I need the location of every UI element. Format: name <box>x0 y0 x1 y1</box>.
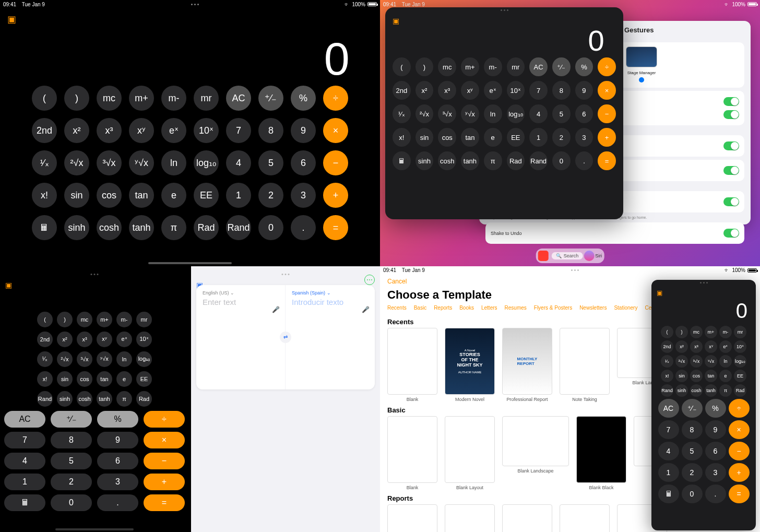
calc-key-[interactable]: . <box>291 215 316 240</box>
calc-key-mc[interactable]: mc <box>77 312 92 327</box>
translate-menu-icon[interactable]: ⋯ <box>364 275 375 285</box>
calc-key-m[interactable]: m+ <box>705 326 717 338</box>
calc-key-sin[interactable]: sin <box>64 183 89 208</box>
calc-key-5[interactable]: 5 <box>51 453 92 469</box>
calc-key-e[interactable]: e <box>719 370 732 382</box>
calc-key-sin[interactable]: sin <box>415 128 434 147</box>
calc-key-[interactable]: = <box>323 215 348 240</box>
calc-key-e[interactable]: eˣ <box>161 118 186 143</box>
calc-key-cosh[interactable]: cosh <box>690 384 703 397</box>
calc-key-[interactable]: = <box>598 151 616 170</box>
calc-key-x[interactable]: x² <box>675 340 688 353</box>
calc-key-0[interactable]: 0 <box>552 151 571 170</box>
sidebar-toggle-icon[interactable]: ▣ <box>5 281 12 289</box>
calc-key-tanh[interactable]: tanh <box>461 151 479 170</box>
calc-key-10[interactable]: 10ˣ <box>136 332 152 347</box>
calc-key-x[interactable]: xʸ <box>97 332 112 347</box>
template-thumb[interactable] <box>387 504 437 533</box>
calc-key-mc[interactable]: mc <box>97 86 122 111</box>
calc-key-2nd[interactable]: 2nd <box>393 81 411 100</box>
calc-key-ln[interactable]: ln <box>484 104 502 123</box>
mic-icon[interactable]: 🎤 <box>362 306 370 313</box>
calc-key-x[interactable]: ³√x <box>77 351 92 367</box>
calc-key-8[interactable]: 8 <box>552 81 571 100</box>
calc-key-m[interactable]: m+ <box>461 57 479 76</box>
calc-key-[interactable]: − <box>144 453 185 469</box>
window-handle[interactable] <box>651 280 756 286</box>
calc-key-1[interactable]: 1 <box>226 183 251 208</box>
calc-key-7[interactable]: 7 <box>226 118 251 143</box>
calc-key-3[interactable]: 3 <box>705 463 726 482</box>
calc-key-ln[interactable]: ln <box>161 150 186 175</box>
translate-from-input[interactable]: Enter text <box>203 298 279 306</box>
calc-key-10[interactable]: 10ˣ <box>507 81 525 100</box>
category-letters[interactable]: Letters <box>481 305 497 311</box>
calc-key-1[interactable]: 1 <box>529 128 548 147</box>
template-thumb[interactable] <box>560 328 610 395</box>
calc-key-x[interactable]: x³ <box>690 340 703 353</box>
calc-key-x[interactable]: ²√x <box>64 150 89 175</box>
calc-key-AC[interactable]: AC <box>226 86 251 111</box>
translate-to-input[interactable]: Introducir texto <box>292 298 369 306</box>
lang-from-label[interactable]: English (US) ⌄ <box>203 290 279 295</box>
template-thumb[interactable] <box>560 504 610 533</box>
calc-key-8[interactable]: 8 <box>682 420 703 439</box>
calc-key-tan[interactable]: tan <box>461 128 479 147</box>
calc-key-Rand[interactable]: Rand <box>37 391 53 407</box>
calc-key-x[interactable]: x! <box>37 371 53 387</box>
dock[interactable]: 🔍 Search Siri <box>536 249 604 263</box>
calc-key-[interactable]: ÷ <box>144 411 185 428</box>
calc-key-2[interactable]: 2 <box>552 128 571 147</box>
calc-key-[interactable]: + <box>598 128 616 147</box>
calc-key-5[interactable]: 5 <box>682 442 703 460</box>
template-thumb[interactable] <box>445 504 495 533</box>
calc-key-[interactable]: × <box>729 420 750 439</box>
calc-key-log[interactable]: log₁₀ <box>194 150 219 175</box>
calc-key-cos[interactable]: cos <box>97 183 122 208</box>
calc-key-x[interactable]: ʸ√x <box>461 104 479 123</box>
calc-key-x[interactable]: xʸ <box>461 81 479 100</box>
calc-key-9[interactable]: 9 <box>291 118 316 143</box>
calc-key-EE[interactable]: EE <box>507 128 525 147</box>
calc-key-5[interactable]: 5 <box>552 104 571 123</box>
sidebar-toggle-icon[interactable]: ▣ <box>393 17 399 25</box>
calc-key-5[interactable]: 5 <box>258 150 283 175</box>
calc-key-e[interactable]: e <box>116 371 132 387</box>
dock-search[interactable]: 🔍 Search <box>552 252 583 259</box>
calc-key-[interactable]: ÷ <box>598 57 616 76</box>
radio-stagemanager[interactable] <box>639 77 644 82</box>
calc-key-x[interactable]: x³ <box>97 118 122 143</box>
calc-key-x[interactable]: ³√x <box>690 355 703 368</box>
calc-key-sinh[interactable]: sinh <box>57 391 73 407</box>
calc-key-[interactable]: . <box>97 494 138 511</box>
calc-key-tanh[interactable]: tanh <box>705 384 717 397</box>
calc-key-tanh[interactable]: tanh <box>97 391 112 407</box>
calc-key-[interactable]: % <box>97 411 138 428</box>
calc-key-[interactable]: ) <box>64 86 89 111</box>
template-thumb[interactable]: A NovelSTORIESOF THENIGHT SKYAUTHOR NAME <box>445 328 495 395</box>
calc-key-[interactable]: − <box>729 442 750 460</box>
calc-key-x[interactable]: x² <box>57 332 73 347</box>
calc-key-0[interactable]: 0 <box>258 215 283 240</box>
calc-key-[interactable]: . <box>705 484 726 503</box>
calc-key-[interactable]: ) <box>675 326 688 338</box>
calc-key-ln[interactable]: ln <box>116 351 132 367</box>
window-handle[interactable] <box>91 274 99 275</box>
calc-key-sinh[interactable]: sinh <box>675 384 688 397</box>
window-handle[interactable] <box>282 274 290 275</box>
category-newsletters[interactable]: Newsletters <box>579 305 607 311</box>
calc-key-[interactable]: % <box>575 57 593 76</box>
calc-key-tan[interactable]: tan <box>705 370 717 382</box>
calc-key-10[interactable]: 10ˣ <box>194 118 219 143</box>
calc-key-x[interactable]: ²√x <box>675 355 688 368</box>
calc-key-x[interactable]: ³√x <box>438 104 456 123</box>
calc-key-tan[interactable]: tan <box>129 183 154 208</box>
calc-key-1[interactable]: 1 <box>4 474 45 490</box>
calc-key-tan[interactable]: tan <box>97 371 112 387</box>
calc-key-[interactable]: = <box>144 494 185 511</box>
translate-to-panel[interactable]: Spanish (Spain) ⌄ Introducir texto 🎤 <box>286 285 375 389</box>
calc-key-2nd[interactable]: 2nd <box>37 332 53 347</box>
calc-key-[interactable]: π <box>719 384 732 397</box>
translate-from-panel[interactable]: English (US) ⌄ Enter text 🎤 <box>196 285 286 389</box>
calc-key-x[interactable]: ²√x <box>57 351 73 367</box>
